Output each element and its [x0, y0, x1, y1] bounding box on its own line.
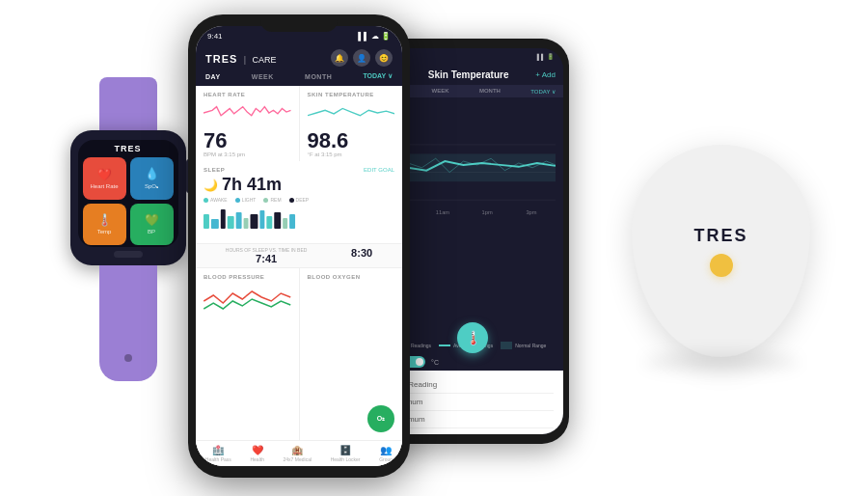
temp-value: 98.6	[308, 130, 395, 152]
sleep-edit[interactable]: EDIT GOAL	[364, 167, 394, 173]
group-icon: 👥	[380, 445, 392, 455]
patch-indicator	[710, 254, 733, 277]
moon-icon: 🌙	[203, 179, 218, 192]
heart-icon: ❤️	[97, 168, 112, 181]
sp-add-button[interactable]: + Add	[535, 70, 556, 79]
hr-unit: BPM at 3:15 pm	[203, 152, 291, 157]
sp-title: Skin Temperature	[428, 69, 509, 80]
tab-week[interactable]: WEEK	[252, 73, 274, 80]
nav-group[interactable]: 👥 Group	[379, 445, 393, 462]
patch-shadow	[644, 352, 799, 372]
sp-today[interactable]: TODAY ∨	[530, 88, 556, 95]
hours-sleep-value: 7:41	[226, 253, 308, 264]
sp-tab-month[interactable]: MONTH	[479, 88, 501, 95]
main-scene: TRES ❤️ Heart Rate 💧 SpO₂ 🌡️ Temp	[0, 0, 868, 496]
legend-deep: DEEP	[289, 197, 310, 203]
watch-band-top	[99, 77, 157, 130]
svg-rect-0	[203, 214, 209, 229]
hr-line	[203, 107, 291, 116]
normal-range-line	[501, 342, 512, 349]
locker-icon: 🗄️	[339, 445, 351, 455]
health-icon: ❤️	[252, 445, 263, 455]
patch-logo: TRES	[693, 226, 747, 246]
user-icon[interactable]: 👤	[353, 49, 370, 67]
care-label: CARE	[253, 55, 277, 65]
bp-sys-line	[203, 291, 290, 303]
metrics-row: HEART RATE 76 BPM at 3:15 pm SKIN TEMP	[196, 86, 402, 161]
sleep-card: SLEEP EDIT GOAL 🌙 7h 41m AWAKE	[196, 161, 402, 244]
spo2-icon: 💧	[145, 167, 159, 180]
patch-outer: TRES	[632, 145, 810, 357]
heart-rate-title: HEART RATE	[203, 92, 291, 97]
svg-rect-4	[236, 212, 242, 229]
svg-text:3pm: 3pm	[526, 209, 536, 215]
phone-content: HEART RATE 76 BPM at 3:15 pm SKIN TEMP	[196, 86, 402, 466]
svg-rect-7	[259, 210, 264, 229]
watch-screen: TRES ❤️ Heart Rate 💧 SpO₂ 🌡️ Temp	[78, 140, 178, 247]
legend-rem: REM	[263, 197, 281, 203]
sp-last-reading: Last Reading	[392, 376, 554, 394]
watch-grid: ❤️ Heart Rate 💧 SpO₂ 🌡️ Temp 💚 BP	[78, 155, 178, 247]
avatar-icon[interactable]: 😊	[375, 49, 393, 67]
sp-celsius-label: °C	[431, 359, 439, 366]
o2-title: BLOOD OXYGEN	[308, 274, 395, 280]
bell-icon[interactable]: 🔔	[331, 49, 348, 67]
medical-icon: 🏨	[291, 445, 303, 455]
nav-locker[interactable]: 🗄️ Health Locker	[331, 445, 361, 462]
temp-chart	[308, 99, 395, 126]
svg-rect-8	[266, 216, 272, 229]
o2-badge: O₂	[367, 405, 394, 432]
watch-logo: TRES	[78, 140, 178, 155]
health-pass-icon: 🏥	[212, 445, 224, 455]
deep-dot	[289, 198, 294, 203]
phone-notch	[260, 14, 338, 32]
hours-sleep: HOURS OF SLEEP VS. TIME IN BED 7:41	[226, 247, 308, 264]
nav-medical[interactable]: 🏨 24x7 Medical	[284, 445, 312, 462]
nav-health[interactable]: ❤️ Health	[250, 445, 263, 462]
watch-home-button[interactable]	[114, 251, 143, 258]
sp-minimum: Minimum	[392, 394, 554, 411]
bp-chart	[203, 282, 291, 316]
sleep-legend: AWAKE LIGHT REM	[203, 197, 394, 203]
watch-band-bottom	[99, 265, 157, 381]
phone-screen: 9:41 ▌▌ ☁ 🔋 TRES | CARE 🔔 👤 😊	[196, 26, 402, 466]
watch-tile-heart[interactable]: ❤️ Heart Rate	[83, 157, 126, 200]
header-icons: 🔔 👤 😊	[331, 49, 393, 67]
patch-device: TRES	[632, 145, 810, 357]
sleep-title: SLEEP	[203, 167, 225, 173]
nav-health-pass[interactable]: 🏥 Health Pass	[205, 445, 231, 462]
phone-header: TRES | CARE 🔔 👤 😊	[196, 45, 402, 72]
watch-tile-bp[interactable]: 💚 BP	[130, 204, 174, 245]
today-button[interactable]: TODAY ∨	[363, 72, 393, 80]
watch-body: TRES ❤️ Heart Rate 💧 SpO₂ 🌡️ Temp	[70, 130, 186, 265]
svg-rect-5	[244, 218, 249, 229]
bp-icon: 💚	[145, 213, 159, 227]
temp-icon: 🌡️	[97, 213, 112, 227]
watch-tile-spo2[interactable]: 💧 SpO₂	[130, 157, 174, 200]
svg-rect-6	[251, 214, 258, 229]
watch-tile-bp-label: BP	[148, 229, 155, 234]
svg-rect-1	[211, 219, 219, 229]
phone-bottom-nav: 🏥 Health Pass ❤️ Health 🏨 24x7 Medical	[196, 440, 402, 466]
sleep-value: 🌙 7h 41m	[203, 175, 394, 195]
tab-day[interactable]: DAY	[205, 73, 221, 80]
watch-tile-heart-label: Heart Rate	[90, 183, 118, 189]
svg-rect-9	[274, 212, 281, 229]
bp-dia-line	[203, 299, 290, 309]
hours-row: HOURS OF SLEEP VS. TIME IN BED 7:41 8:30	[196, 244, 402, 268]
sp-temperature-button[interactable]: 🌡️	[457, 322, 488, 353]
skin-temp-card: SKIN TEMPERATURE 98.6 °F at 3:15 pm	[300, 86, 403, 161]
tab-month[interactable]: MONTH	[305, 73, 332, 80]
sleep-header: SLEEP EDIT GOAL	[203, 167, 394, 173]
svg-rect-15	[390, 153, 556, 181]
sp-temp-chart: 9am 11am 1pm 3pm	[390, 105, 556, 221]
sp-tab-week[interactable]: WEEK	[432, 88, 449, 95]
svg-rect-3	[228, 216, 234, 229]
sleep-chart	[203, 205, 394, 234]
sp-maximum: Maximum	[392, 411, 554, 428]
phone-outer: 9:41 ▌▌ ☁ 🔋 TRES | CARE 🔔 👤 😊	[188, 14, 410, 478]
sp-icons: ▌▌ 🔋	[537, 53, 554, 60]
patch-inner: TRES	[654, 174, 789, 328]
watch-tile-temp[interactable]: 🌡️ Temp	[83, 204, 126, 245]
temp-unit: °F at 3:15 pm	[308, 152, 395, 157]
